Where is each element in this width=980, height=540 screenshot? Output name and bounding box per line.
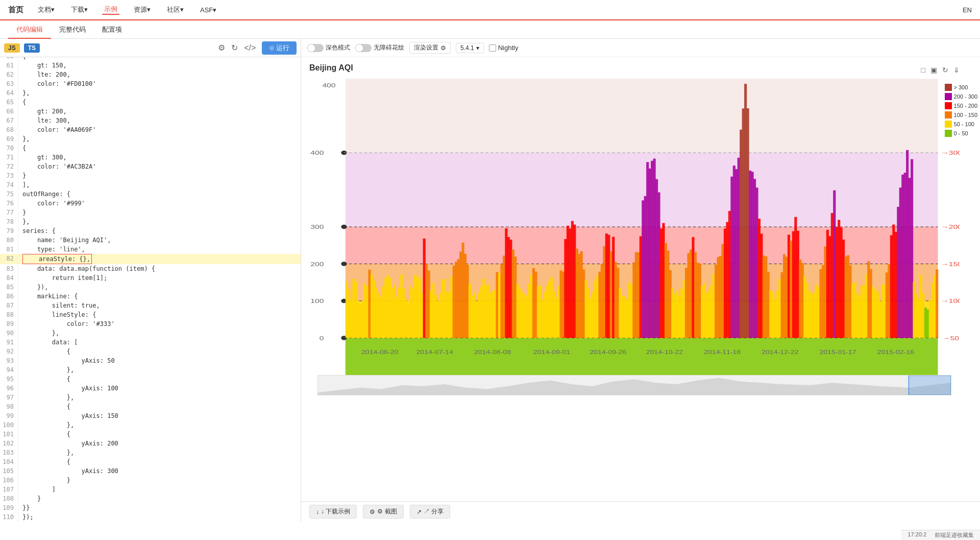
nav-docs[interactable]: 文档▾ [36,5,57,14]
svg-rect-166 [657,192,660,338]
svg-rect-76 [453,266,455,338]
download-button[interactable]: ↓ ↓ 下载示例 [309,505,357,519]
tab-code-edit[interactable]: 代码编辑 [8,20,51,39]
line-content: }, [22,448,301,457]
svg-rect-182 [694,252,697,338]
svg-text:2014-11-18: 2014-11-18 [704,349,741,355]
svg-rect-32 [352,278,355,338]
svg-rect-47 [386,275,389,338]
expand-icon[interactable]: □ [921,66,925,74]
legend-item-150-200: 150 - 200 [945,102,977,109]
line-content: { [22,457,301,466]
svg-rect-44 [380,297,382,338]
mini-chart[interactable] [317,375,951,395]
svg-rect-169 [665,243,667,338]
dark-mode-switch[interactable] [307,44,324,52]
no-bg-toggle[interactable]: 无障碍花纹 [355,43,404,52]
svg-rect-176 [680,288,683,338]
legend-label-0: 0 - 50 [954,130,968,136]
download-chart-icon[interactable]: ⇓ [953,66,960,74]
dark-mode-toggle[interactable]: 深色模式 [307,43,350,52]
svg-rect-257 [865,274,868,338]
nav-resources[interactable]: 资源▾ [132,5,153,14]
svg-rect-67 [432,283,434,338]
nightly-checkbox[interactable] [489,44,496,52]
svg-rect-94 [494,290,496,338]
line-content: { [22,402,301,411]
legend-item-0-50: 0 - 50 [945,130,977,137]
nav-community[interactable]: 社区▾ [165,5,186,14]
svg-rect-168 [662,223,665,338]
legend-color-100 [945,111,952,119]
svg-rect-31 [350,299,353,338]
svg-rect-268 [890,235,893,338]
svg-rect-86 [475,301,478,338]
nav-examples[interactable]: 示例 [102,5,119,15]
refresh-icon[interactable]: ↻ [231,43,238,53]
tab-full-code[interactable]: 完整代码 [51,20,94,39]
screenshot-button[interactable]: ⚙ ⚙ 截图 [363,505,403,519]
code-line: 64}, [0,88,301,98]
svg-rect-87 [478,293,480,338]
nav-asf[interactable]: ASF▾ [198,6,218,14]
svg-text:2015-02-16: 2015-02-16 [877,349,914,355]
svg-rect-204 [744,84,747,338]
refresh-chart-icon[interactable]: ↻ [942,66,948,74]
svg-rect-154 [630,285,633,338]
svg-rect-208 [753,179,756,338]
logo[interactable]: 首页 [8,5,23,15]
nav-download[interactable]: 下载▾ [69,5,90,14]
share-button[interactable]: ↗ ↗ 分享 [410,505,450,519]
line-number: 69 [0,134,18,144]
dark-mode-label: 深色模式 [326,43,350,52]
line-content: } [22,208,301,217]
code-line: 94 }, [0,365,301,374]
line-number: 110 [0,512,18,522]
no-bg-switch[interactable] [355,44,372,52]
svg-rect-71 [441,279,444,338]
code-line: 100 }, [0,420,301,430]
run-button[interactable]: ⊙ 运行 [262,41,297,55]
settings-icon[interactable]: ⚙ [218,43,225,53]
svg-rect-261 [874,289,877,338]
tab-config[interactable]: 配置项 [94,20,130,39]
legend-label-50: 50 - 100 [954,121,974,127]
render-settings[interactable]: 渲染设置 ⚙ [409,42,451,54]
svg-rect-213 [765,256,767,338]
svg-rect-38 [366,286,369,338]
code-line: 84 return item[1]; [0,273,301,283]
svg-rect-214 [767,272,770,338]
js-button[interactable]: JS [4,43,20,53]
svg-rect-219 [778,279,781,338]
ts-button[interactable]: TS [24,43,40,53]
svg-rect-48 [389,278,391,338]
svg-rect-112 [534,272,537,338]
svg-rect-88 [480,287,482,338]
svg-text:2015-01-17: 2015-01-17 [819,349,856,355]
svg-rect-62 [421,292,423,338]
svg-rect-234 [813,292,815,338]
svg-rect-34 [357,302,359,338]
svg-rect-135 [587,288,590,338]
svg-rect-202 [740,130,742,338]
svg-rect-141 [601,264,603,338]
svg-rect-70 [439,293,442,338]
svg-rect-111 [532,268,535,338]
svg-rect-63 [423,239,426,338]
svg-rect-150 [621,295,624,338]
en-button[interactable]: EN [963,6,972,14]
nightly-badge[interactable]: Nightly [489,44,519,52]
line-number: 88 [0,310,18,319]
line-number: 104 [0,457,18,466]
svg-rect-248 [844,256,847,338]
line-number: 60 [0,57,18,61]
code-line: 101 { [0,430,301,439]
line-number: 78 [0,217,18,226]
code-icon[interactable]: </> [244,43,256,53]
svg-rect-237 [819,269,822,338]
code-editor[interactable]: 59},60{61 gt: 150,62 lte: 200,63 color: … [0,57,301,522]
version-selector[interactable]: 5.4.1 ▾ [456,43,484,53]
line-content: outOfRange: { [22,190,301,199]
line-content: yAxis: 300 [22,466,301,476]
fullscreen-icon[interactable]: ▣ [930,66,937,74]
